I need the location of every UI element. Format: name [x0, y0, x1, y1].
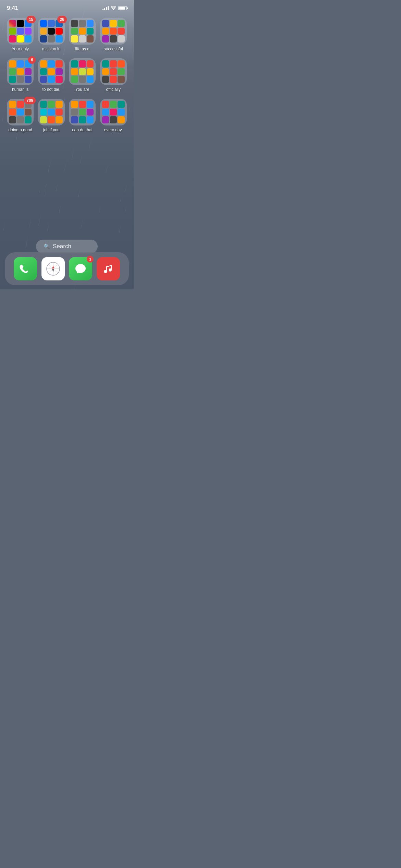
mini-app	[9, 60, 16, 68]
dock-music[interactable]	[97, 257, 120, 280]
status-bar: 9:41	[0, 0, 134, 14]
mini-app	[56, 68, 63, 75]
mini-app	[17, 76, 24, 83]
mini-app	[25, 68, 32, 75]
mini-app	[79, 28, 86, 35]
mini-app	[40, 116, 47, 123]
mini-app	[56, 101, 63, 108]
mini-app	[110, 109, 117, 116]
mini-app	[71, 68, 78, 75]
mini-app	[102, 20, 109, 27]
mini-app	[79, 60, 86, 68]
messages-badge: 1	[87, 256, 94, 263]
mini-app	[25, 109, 32, 116]
mini-app	[25, 76, 32, 83]
mini-app	[110, 60, 117, 68]
mini-app	[9, 20, 16, 27]
mini-app	[25, 35, 32, 43]
folder-folder8[interactable]: officially	[99, 58, 128, 92]
mini-app	[87, 76, 94, 83]
status-time: 9:41	[7, 5, 18, 12]
folder-icon	[100, 99, 127, 125]
mini-app	[48, 101, 55, 108]
mini-app	[48, 20, 55, 27]
mini-app	[40, 35, 47, 43]
mini-app	[87, 60, 94, 68]
mini-app	[40, 101, 47, 108]
mini-app	[110, 35, 117, 43]
mini-app	[71, 35, 78, 43]
dock-phone[interactable]	[14, 257, 37, 280]
folder-icon: 709	[7, 99, 34, 125]
signal-icon	[102, 6, 109, 10]
mini-app	[48, 68, 55, 75]
mini-app	[87, 101, 94, 108]
folder-label: mission in	[42, 47, 60, 51]
mini-app	[17, 101, 24, 108]
mini-app	[71, 60, 78, 68]
badge-folder2: 26	[57, 16, 66, 23]
folder-icon	[69, 18, 96, 45]
mini-app	[102, 76, 109, 83]
mini-app	[40, 109, 47, 116]
mini-app	[56, 28, 63, 35]
mini-app	[71, 28, 78, 35]
mini-app	[102, 35, 109, 43]
mini-app	[48, 109, 55, 116]
mini-app	[71, 109, 78, 116]
folder-folder1[interactable]: 15 Your only	[6, 18, 35, 51]
mini-app	[9, 101, 16, 108]
mini-app	[25, 28, 32, 35]
mini-app	[9, 109, 16, 116]
folder-icon	[100, 58, 127, 85]
folder-folder5[interactable]: 6 human is	[6, 58, 35, 92]
mini-app	[102, 60, 109, 68]
mini-app	[118, 35, 125, 43]
mini-app	[102, 101, 109, 108]
mini-app	[71, 20, 78, 27]
folder-icon	[38, 99, 65, 125]
folder-folder10[interactable]: job if you	[37, 99, 66, 132]
mini-app	[17, 68, 24, 75]
folder-folder12[interactable]: every day.	[99, 99, 128, 132]
mini-app	[87, 68, 94, 75]
mini-app	[87, 116, 94, 123]
folder-folder4[interactable]: successful	[99, 18, 128, 51]
folder-icon: 6	[7, 58, 34, 85]
folder-label: officially	[106, 87, 121, 92]
folder-folder6[interactable]: to not die.	[37, 58, 66, 92]
mini-app	[118, 28, 125, 35]
folder-folder3[interactable]: life as a	[68, 18, 97, 51]
dock: 1	[5, 252, 129, 285]
mini-app	[110, 68, 117, 75]
folder-folder7[interactable]: You are	[68, 58, 97, 92]
dock-messages[interactable]: 1	[69, 257, 92, 280]
mini-app	[9, 68, 16, 75]
mini-app	[110, 76, 117, 83]
folder-folder9[interactable]: 709 doing a good	[6, 99, 35, 132]
mini-app	[40, 76, 47, 83]
badge-folder5: 6	[28, 56, 36, 64]
search-label: Search	[53, 243, 71, 250]
folder-icon: 26	[38, 18, 65, 45]
mini-app	[87, 20, 94, 27]
mini-app	[87, 109, 94, 116]
folder-folder2[interactable]: 26 mission in	[37, 18, 66, 51]
badge-folder1: 15	[26, 16, 36, 23]
folder-label: can do that	[72, 128, 93, 132]
folder-label: human is	[12, 87, 29, 92]
mini-app	[56, 116, 63, 123]
mini-app	[87, 35, 94, 43]
folder-label: job if you	[43, 128, 60, 132]
folder-folder11[interactable]: can do that	[68, 99, 97, 132]
search-bar[interactable]: 🔍 Search	[36, 240, 98, 253]
dock-safari[interactable]	[41, 257, 65, 280]
folder-icon	[69, 99, 96, 125]
mini-app	[79, 116, 86, 123]
mini-app	[79, 76, 86, 83]
mini-app	[79, 68, 86, 75]
mini-app	[40, 20, 47, 27]
mini-app	[56, 109, 63, 116]
mini-app	[118, 20, 125, 27]
mini-app	[56, 35, 63, 43]
